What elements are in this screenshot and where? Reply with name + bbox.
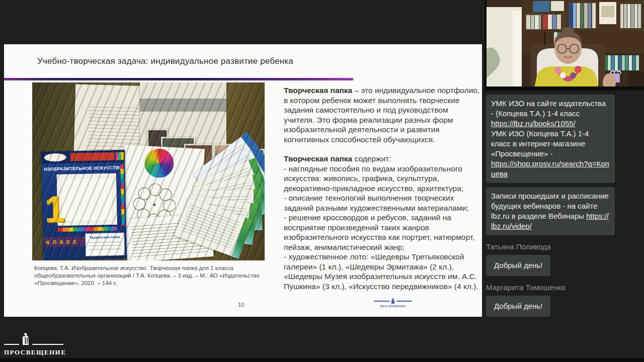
worksheet-color-wheel — [119, 145, 205, 245]
chat-link-books[interactable]: https://lbz.ru/books/1055/ — [491, 119, 576, 128]
chat-message: Добрый день! — [486, 296, 550, 317]
chat-link-shop[interactable]: https://shop.prosv.ru/search?q=Копцева — [491, 159, 609, 178]
slide-publisher-logo: ПРОСВЕЩЕНИЕ — [374, 298, 412, 308]
letter-sheet — [73, 84, 176, 172]
paragraph-definition: Творческая папка – это индивидуальное по… — [284, 85, 481, 144]
fan-card-blue — [193, 132, 265, 207]
slide-title: Учебно-творческая задача: индивидуальное… — [37, 56, 293, 66]
textbook-class-word: класс — [46, 237, 79, 245]
list-item: - наглядные пособия по видам изобразител… — [284, 164, 481, 194]
paragraph-contents: Творческая папка содержит: - наглядные п… — [284, 154, 481, 291]
fan-card — [174, 197, 253, 259]
publisher-glyph-icon — [21, 333, 31, 347]
textbook-label-title: Творческая папка — [86, 235, 124, 239]
chat-author: Татьяна Поливода — [486, 242, 615, 251]
fan-card — [193, 173, 265, 228]
photo-card — [243, 149, 265, 178]
photo-card — [184, 144, 213, 179]
letter-signature-lines — [89, 155, 149, 165]
textbook-art-frame — [57, 173, 117, 226]
publisher-glyph-icon — [390, 298, 395, 304]
photo-caption: Копцева, Т.А. Изобразительное искусство.… — [34, 264, 265, 287]
bottom-bar — [0, 358, 644, 362]
flower-outline-drawing — [132, 183, 177, 227]
list-item: - решение кроссвордов и ребусов, заданий… — [284, 213, 481, 252]
textbook-class-backdrop — [44, 236, 90, 247]
letter-text-lines — [88, 104, 165, 153]
chat-message: Добрый день! — [486, 255, 550, 276]
chat-text: УМК ИЗО на сайте издательства - (Копцева… — [491, 99, 610, 119]
textbook-color-squares — [116, 152, 124, 160]
textbook-rainbow-strip — [58, 227, 117, 232]
textbook-top-band — [41, 150, 125, 163]
title-underline-rule — [4, 78, 353, 80]
publisher-footer-logo: ПРОСВЕЩЕНИЕ — [4, 332, 80, 356]
chat-text: УМК ИЗО (Копцева Т.А.) 1-4 класс в интер… — [491, 129, 610, 159]
photo-card — [161, 137, 195, 180]
fan-card — [193, 189, 263, 233]
chat-author: Маргарита Тимошенко — [486, 283, 615, 292]
textbook-cover: ИЗОБРАЗИТЕЛЬНОЕ ИСКУССТВО 1 класс Творче… — [41, 150, 127, 260]
photo-card — [147, 129, 168, 177]
chat-message-links: УМК ИЗО на сайте издательства - (Копцева… — [486, 95, 615, 183]
chat-panel: УМК ИЗО на сайте издательства - (Копцева… — [486, 95, 615, 317]
presentation-slide: Учебно-творческая задача: индивидуальное… — [4, 44, 482, 317]
webcam-scene — [485, 0, 644, 90]
slide-page-number: 10 — [238, 302, 244, 308]
slide-photo: ИЗОБРАЗИТЕЛЬНОЕ ИСКУССТВО 1 класс Творче… — [32, 82, 265, 260]
textbook-name-label: Творческая папка — [85, 232, 125, 256]
publisher-logo-text: ПРОСВЕЩЕНИЕ — [4, 348, 80, 356]
paper-card — [230, 154, 265, 188]
webcam-video-feed — [485, 0, 644, 90]
list-item: - художественное лото: «Шедевры Третьяко… — [284, 252, 481, 291]
photo-card — [213, 144, 245, 177]
textbook-title: ИЗОБРАЗИТЕЛЬНОЕ ИСКУССТВО — [41, 165, 125, 171]
textbook-red-band — [70, 152, 115, 161]
textbook-rainbow-strip-vertical — [120, 164, 125, 225]
chat-message-webinars: Записи прошедших и расписание будущих ве… — [486, 187, 615, 235]
folder-gray-band — [140, 99, 226, 112]
textbook-grade-number: 1 — [44, 191, 65, 228]
fan-card — [192, 158, 265, 222]
webinar-window: Учебно-творческая задача: индивидуальное… — [0, 0, 644, 362]
worksheet-text — [124, 213, 214, 260]
fan-card-blue — [197, 143, 265, 213]
slide-body-text: Творческая папка – это индивидуальное по… — [284, 85, 481, 291]
color-wheel — [144, 148, 175, 178]
textbook-publisher-oval — [44, 153, 66, 162]
fan-card — [185, 195, 258, 245]
folder-cover — [140, 82, 226, 159]
worksheet-cells — [124, 226, 192, 238]
list-item: - описание технологий выполнения творчес… — [284, 193, 481, 213]
